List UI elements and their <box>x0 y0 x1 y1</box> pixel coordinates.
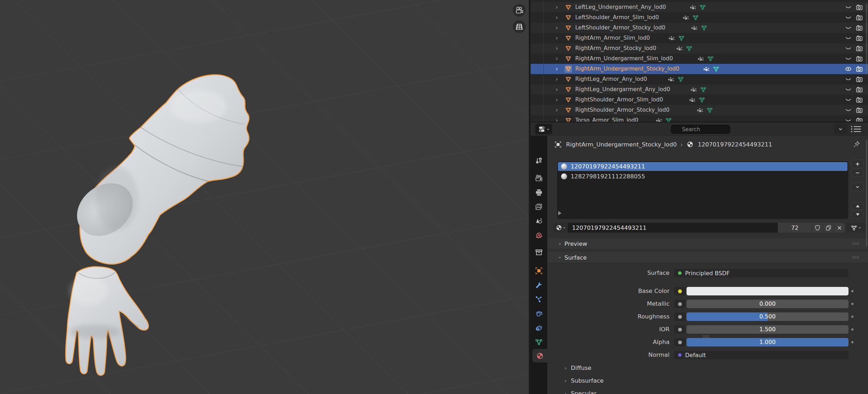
properties-scrollbar[interactable] <box>866 140 867 246</box>
normal-field[interactable]: Default <box>674 351 849 359</box>
remove-slot-button[interactable] <box>851 169 864 177</box>
slot-specials-button[interactable] <box>851 183 864 191</box>
outliner-row[interactable]: › RightArm_Armor_Slim_lod0 <box>531 33 868 43</box>
expand-arrow-icon[interactable]: › <box>553 64 560 74</box>
object-name[interactable]: RightShoulder_Armor_Stocky_lod0 <box>575 105 670 115</box>
outliner-row[interactable]: › RightLeg_Armor_Any_lod0 <box>531 74 868 84</box>
hide-viewport-icon[interactable] <box>845 96 852 104</box>
expand-arrow-icon[interactable]: › <box>553 84 560 95</box>
disable-render-icon[interactable] <box>856 14 863 21</box>
pin-icon[interactable] <box>853 141 860 148</box>
outliner-row[interactable]: › LeftLeg_Armor_Any_lod0 <box>531 0 868 2</box>
object-name[interactable]: RightArm_Undergarment_Stocky_lod0 <box>575 64 679 74</box>
search-input[interactable] <box>671 125 730 134</box>
hide-viewport-icon[interactable] <box>845 4 852 11</box>
ior-slider[interactable]: 1.500 <box>687 325 849 334</box>
hide-viewport-icon[interactable] <box>845 55 852 62</box>
socket-button[interactable] <box>674 312 685 321</box>
keyframe-dot[interactable] <box>851 328 853 331</box>
roughness-slider[interactable]: 0.500 <box>687 312 849 321</box>
alpha-slider[interactable]: 1.000 <box>687 338 849 346</box>
expand-arrow-icon[interactable]: › <box>553 43 560 54</box>
outliner-row[interactable]: › RightArm_Armor_Stocky_lod0 <box>531 43 868 54</box>
object-name[interactable]: Torso_Armor_Slim_lod0 <box>575 115 638 122</box>
camera-view-button[interactable] <box>513 4 526 17</box>
socket-button[interactable] <box>674 325 685 334</box>
hide-viewport-icon[interactable] <box>845 24 852 32</box>
keyframe-dot[interactable] <box>851 341 853 343</box>
hide-viewport-icon[interactable] <box>845 45 852 52</box>
hide-viewport-icon[interactable] <box>845 34 852 42</box>
unlink-material-button[interactable] <box>834 223 845 233</box>
display-options-button[interactable] <box>850 125 862 133</box>
expand-arrow-icon[interactable]: › <box>553 23 560 33</box>
hide-viewport-icon[interactable] <box>845 86 852 93</box>
add-slot-button[interactable] <box>851 160 864 168</box>
disable-render-icon[interactable] <box>856 24 863 32</box>
sleeve-mesh[interactable] <box>67 75 249 264</box>
move-slot-up-button[interactable] <box>851 202 864 210</box>
3d-viewport[interactable] <box>0 0 529 394</box>
show-viewport-icon[interactable] <box>845 65 852 73</box>
new-material-button[interactable] <box>823 223 834 233</box>
tab-world[interactable] <box>531 228 547 242</box>
expand-arrow-icon[interactable]: › <box>553 95 560 105</box>
subpanel-diffuse[interactable]: › Diffuse <box>548 364 868 372</box>
metallic-slider[interactable]: 0.000 <box>687 300 849 308</box>
tab-collection[interactable] <box>531 245 547 259</box>
keyframe-dot[interactable] <box>851 303 853 305</box>
hand-mesh[interactable] <box>66 267 149 376</box>
surface-shader-field[interactable]: Principled BSDF <box>674 269 849 277</box>
hide-viewport-icon[interactable] <box>845 117 852 122</box>
breadcrumb-object-name[interactable]: RightArm_Undergarment_Stocky_lod0 <box>566 141 677 148</box>
tab-render[interactable] <box>531 171 547 185</box>
panel-drag-grip[interactable] <box>852 256 859 259</box>
object-name[interactable]: RightArm_Undergarment_Slim_lod0 <box>575 54 673 64</box>
preview-panel-header[interactable]: › Preview <box>548 238 868 249</box>
tab-view-layer[interactable] <box>531 200 547 213</box>
tab-tool[interactable] <box>531 154 547 167</box>
object-name[interactable]: LeftLeg_Armor_Any_lod0 <box>575 0 643 2</box>
disable-render-icon[interactable] <box>856 34 863 42</box>
expand-arrow-icon[interactable]: › <box>553 2 560 12</box>
material-slot-active[interactable]: 12070197922454493211 <box>558 162 847 171</box>
material-slot[interactable]: 12827981921112288055 <box>558 172 847 181</box>
object-name[interactable]: RightArm_Armor_Slim_lod0 <box>575 33 650 43</box>
breadcrumb-material-name[interactable]: 12070197922454493211 <box>698 141 772 148</box>
outliner-row[interactable]: › LeftShoulder_Armor_Stocky_lod0 <box>531 23 868 33</box>
panel-drag-grip[interactable] <box>852 243 859 245</box>
object-name[interactable]: RightShoulder_Armor_Slim_lod0 <box>575 95 663 105</box>
keyframe-dot[interactable] <box>851 316 853 318</box>
socket-button[interactable] <box>674 287 685 295</box>
expand-arrow-icon[interactable]: › <box>553 74 560 84</box>
material-name-field[interactable]: 12070197922454493211 <box>568 223 778 233</box>
expand-arrow-icon[interactable]: › <box>553 12 560 23</box>
expand-arrow-icon[interactable]: › <box>553 33 560 43</box>
toggle-grid-button[interactable] <box>513 20 526 33</box>
outliner-row[interactable]: › LeftShoulder_Armor_Slim_lod0 <box>531 12 868 23</box>
object-name[interactable]: LeftShoulder_Armor_Stocky_lod0 <box>575 23 665 33</box>
outliner-scrollbar[interactable] <box>866 4 867 74</box>
expand-arrow-icon[interactable]: › <box>553 54 560 64</box>
outliner-row[interactable]: › RightArm_Undergarment_Slim_lod0 <box>531 54 868 64</box>
hide-viewport-icon[interactable] <box>845 76 852 83</box>
surface-panel-header[interactable]: › Surface <box>548 252 868 263</box>
object-name[interactable]: LeftShoulder_Armor_Slim_lod0 <box>575 12 659 23</box>
disable-render-icon[interactable] <box>856 55 863 62</box>
subpanel-subsurface[interactable]: › Subsurface <box>548 376 868 385</box>
subpanel-specular[interactable]: › Specular <box>548 389 868 394</box>
disable-render-icon[interactable] <box>856 65 863 73</box>
outliner-row[interactable]: › RightShoulder_Armor_Slim_lod0 <box>531 95 868 105</box>
outliner-row[interactable]: › RightShoulder_Armor_Stocky_lod0 <box>531 105 868 115</box>
expand-arrow-icon[interactable]: › <box>553 105 560 115</box>
tab-scene[interactable] <box>531 214 547 227</box>
expand-arrow-icon[interactable]: › <box>553 0 560 2</box>
expand-arrow-icon[interactable]: › <box>553 115 560 122</box>
disable-render-icon[interactable] <box>856 117 863 122</box>
header-menu-button[interactable] <box>834 124 847 134</box>
outliner-row-active[interactable]: › RightArm_Undergarment_Stocky_lod0 <box>531 64 868 74</box>
node-tree-button[interactable] <box>846 223 866 233</box>
outliner-row[interactable]: › Torso_Armor_Slim_lod0 <box>531 115 868 122</box>
hide-viewport-icon[interactable] <box>845 106 852 114</box>
browse-material-button[interactable] <box>554 223 568 233</box>
